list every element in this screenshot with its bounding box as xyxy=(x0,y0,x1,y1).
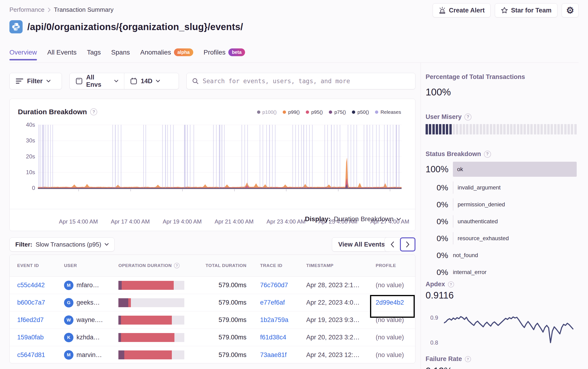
status-percent: 0% xyxy=(426,234,448,243)
trace-id-link[interactable]: e77ef6af xyxy=(260,299,285,306)
legend-item-p99[interactable]: p99() xyxy=(283,109,300,115)
status-breakdown-rows: 100%ok0%invalid_argument0%permission_den… xyxy=(426,162,577,283)
chevron-down-icon xyxy=(46,80,51,82)
duration-breakdown-chart[interactable] xyxy=(38,125,402,189)
operation-duration-bar xyxy=(118,316,184,325)
status-zone: permission_denied xyxy=(453,198,577,210)
profile-link[interactable]: 2d99e4b2 xyxy=(376,299,404,306)
date-range-selector[interactable]: 14D xyxy=(124,73,179,89)
duration-breakdown-panel: Duration Breakdown ? p100()p99()p95()p75… xyxy=(10,99,415,231)
apdex-sparkline xyxy=(444,310,576,347)
user-avatar: W xyxy=(64,315,74,325)
event-id-link[interactable]: 159a0fab xyxy=(17,334,44,341)
column-header-TRACE ID: TRACE ID xyxy=(260,263,306,268)
help-icon[interactable]: ? xyxy=(174,263,180,269)
misery-segment xyxy=(480,124,482,134)
x-tick xyxy=(390,189,390,191)
event-id-cell: 1f6ed2d7 xyxy=(17,316,64,324)
profile-no-value: (no value) xyxy=(376,316,404,324)
profile-cell: (no value) xyxy=(376,282,408,289)
column-header-label: OPERATION DURATION xyxy=(118,263,172,268)
table-row: 159a0fabKkzhda…579.00msf61d38c4Apr 20, 2… xyxy=(10,329,415,346)
chevron-down-icon xyxy=(156,80,160,82)
status-zone: unauthenticated xyxy=(453,215,577,228)
filter-lines-icon xyxy=(16,78,23,84)
breadcrumb-performance[interactable]: Performance xyxy=(10,6,44,13)
transactions-filter-dropdown[interactable]: Filter: Slow Transactions (p95) xyxy=(10,237,115,251)
view-all-events-button[interactable]: View All Events xyxy=(332,237,391,251)
pct-total-heading: Percentage of Total Transactions xyxy=(426,73,525,81)
column-header-label: PROFILE xyxy=(376,263,396,268)
status-ok-bar[interactable]: ok xyxy=(453,162,577,177)
event-id-cell: 159a0fab xyxy=(17,334,64,341)
environment-selector[interactable]: All Envs xyxy=(70,73,124,89)
misery-segment xyxy=(473,124,475,134)
transactions-filter-value: Slow Transactions (p95) xyxy=(36,241,101,248)
legend-dot xyxy=(257,110,260,114)
tab-tags[interactable]: Tags xyxy=(87,49,101,60)
tab-label: Spans xyxy=(111,49,130,56)
event-id-link[interactable]: b600c7a7 xyxy=(17,299,45,306)
trace-id-cell: e77ef6af xyxy=(260,299,306,306)
view-all-events-wrap: View All Events xyxy=(332,237,391,251)
event-id-link[interactable]: c5647d81 xyxy=(17,351,45,359)
help-icon[interactable]: ? xyxy=(448,281,454,288)
status-percent: 0% xyxy=(426,268,448,277)
help-icon[interactable]: ? xyxy=(465,356,471,362)
transactions-filter-label: Filter: xyxy=(15,241,32,248)
tab-spans[interactable]: Spans xyxy=(111,49,130,60)
legend-item-p95[interactable]: p95() xyxy=(306,109,323,115)
trace-id-link[interactable]: 73aae81f xyxy=(260,351,287,359)
column-header-OPERATION DURATION: OPERATION DURATION? xyxy=(118,263,186,269)
help-icon[interactable]: ? xyxy=(90,108,97,115)
misery-segment xyxy=(554,124,556,134)
trace-id-link[interactable]: f61d38c4 xyxy=(260,334,286,341)
event-id-link[interactable]: 1f6ed2d7 xyxy=(17,316,44,324)
tab-anomalies[interactable]: Anomaliesalpha xyxy=(140,49,193,60)
tab-all-events[interactable]: All Events xyxy=(47,49,77,60)
user-misery-heading: User Misery ? xyxy=(426,113,472,120)
next-page-button[interactable] xyxy=(400,237,415,251)
trace-id-link[interactable]: 1b2a759a xyxy=(260,316,288,324)
legend-item-p100[interactable]: p100() xyxy=(257,109,277,115)
help-icon[interactable]: ? xyxy=(464,113,472,120)
user-name: mfaro… xyxy=(76,282,99,289)
bar-segment-red xyxy=(121,316,172,325)
tab-overview[interactable]: Overview xyxy=(10,49,37,60)
display-dropdown[interactable]: Duration Breakdown xyxy=(334,215,401,223)
legend-item-p75[interactable]: p75() xyxy=(329,109,346,115)
filter-label: Filter xyxy=(27,78,42,85)
filter-dropdown-button[interactable]: Filter xyxy=(10,73,62,89)
column-header-label: TRACE ID xyxy=(260,263,283,268)
bar-segment-red xyxy=(122,281,174,290)
y-tick-label: 30s xyxy=(11,137,35,144)
panel-divider xyxy=(10,209,415,209)
search-input[interactable] xyxy=(203,78,410,85)
misery-segment xyxy=(507,124,509,134)
misery-segment xyxy=(439,124,441,134)
total-duration-cell: 579.00ms xyxy=(186,351,246,359)
user-name: marvin… xyxy=(76,351,102,359)
misery-segment xyxy=(463,124,465,134)
chart-legend: p100()p99()p95()p75()p50()Releases xyxy=(257,109,401,115)
help-icon[interactable]: ? xyxy=(484,151,491,158)
filter-row: Filter All Envs 14D xyxy=(10,73,179,89)
status-percent: 0% xyxy=(426,251,448,260)
page-title: /api/0/organizations/{organization_slug}… xyxy=(27,22,243,32)
summary-sidebar: Percentage of Total Transactions 100% Us… xyxy=(426,0,577,369)
event-id-link[interactable]: c55c4d42 xyxy=(17,282,45,289)
x-tick xyxy=(130,189,131,191)
misery-segment xyxy=(470,124,472,134)
trace-id-link[interactable]: 76c760d7 xyxy=(260,282,288,289)
legend-item-Releases[interactable]: Releases xyxy=(375,109,401,115)
misery-segment xyxy=(540,124,543,134)
legend-label: Releases xyxy=(380,109,401,115)
tab-profiles[interactable]: Profilesbeta xyxy=(204,49,245,60)
column-header-label: TIMESTAMP xyxy=(306,263,334,268)
previous-page-button[interactable] xyxy=(384,237,400,251)
bar-segment-red xyxy=(128,298,131,307)
x-tick-label: Apr 15 4:00 AM xyxy=(50,218,107,225)
legend-item-p50[interactable]: p50() xyxy=(352,109,369,115)
alpha-badge: alpha xyxy=(174,49,193,56)
operation-duration-cell xyxy=(118,350,186,359)
